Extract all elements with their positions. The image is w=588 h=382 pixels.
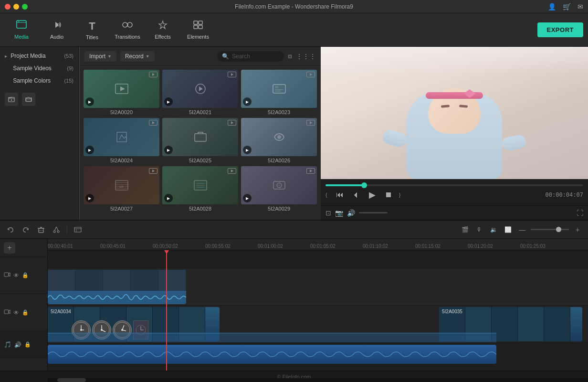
audio-track-lock[interactable]: 🔒 [24,341,31,348]
scene-detection-icon[interactable]: 🎬 [459,224,471,235]
video-track-2-lock[interactable]: 🔒 [22,309,29,316]
audio-icon [52,20,62,32]
video-track-icon[interactable] [4,271,10,279]
undo-button[interactable] [5,224,16,235]
timeline-ruler: 00:00:40:01 00:00:45:01 00:00:50:02 00:0… [48,239,588,250]
volume-icon[interactable]: 🔊 [347,209,355,217]
svg-rect-13 [275,86,278,88]
redo-button[interactable] [20,224,32,235]
tab-effects[interactable]: Effects [146,16,179,44]
svg-rect-0 [17,21,26,28]
sample-videos-item[interactable]: Sample Videos (9) [0,62,78,74]
progress-bar[interactable] [326,184,583,186]
media-item-label: 5I2A0021 [162,109,238,115]
record-label: Record [125,53,144,60]
subtitle-icon[interactable]: ⬜ [502,224,514,235]
microphone-icon[interactable]: 🎙 [473,224,485,235]
media-thumbnail: ▶ [84,70,159,108]
ruler-mark: 00:01:05:02 [310,244,336,249]
horizontal-scrollbar[interactable] [48,378,588,382]
media-item-label: 5I2A0024 [84,158,159,163]
list-item[interactable]: ▶ 5I2A0021 [162,70,238,115]
record-button[interactable]: Record ▼ [120,51,155,62]
maximize-button[interactable] [22,4,28,10]
user-icon[interactable]: 👤 [548,3,556,11]
list-item[interactable]: ▶ 5I2A0025 [162,118,238,163]
svg-rect-15 [275,91,281,92]
snapshot-icon[interactable]: 📷 [335,209,343,217]
voiceover-icon[interactable]: 🔉 [488,224,499,235]
pip-icon[interactable]: ⊡ [326,209,331,217]
svg-rect-42 [4,273,9,276]
music-clip[interactable] [48,345,496,364]
list-item[interactable]: ▶ 5I2A0023 [241,70,317,115]
close-button[interactable] [5,4,10,10]
playback-buttons: { ⏮ ⏴ ▶ ⏹ } 00:00:04:07 [326,189,583,201]
left-panel: ▸ Project Media (53) Sample Videos (9) S… [0,47,79,220]
minimize-button[interactable] [13,4,19,10]
volume-slider[interactable] [359,212,388,213]
ruler-mark: 00:01:15:02 [415,244,441,249]
video-track-lock[interactable]: 🔒 [22,272,29,278]
play-button[interactable]: ▶ [367,189,378,201]
audio-track-visibility[interactable]: 🔊 [14,341,21,348]
video-track-2-visibility[interactable]: 👁 [13,309,19,316]
svg-rect-39 [74,227,81,232]
preview-video-area [321,47,588,179]
clip-properties-button[interactable] [72,224,84,235]
cart-icon[interactable]: 🛒 [563,3,571,11]
list-item[interactable]: ▶ 5I2A0020 [84,70,159,115]
zoom-in-icon[interactable]: + [572,224,583,235]
tab-audio[interactable]: Audio [40,16,74,44]
mail-icon[interactable]: ✉ [578,3,583,11]
panel-actions [0,89,78,110]
zoom-slider[interactable] [531,229,569,230]
filter-icon[interactable]: ⧈ [288,52,292,60]
video-track-2-label: 👁 🔒 [0,294,47,331]
play-indicator: ▶ [243,97,252,106]
list-item[interactable]: 125 ▶ 5I2A0027 [84,166,159,212]
media-item-label: 5I2A0028 [162,206,238,212]
project-media-item[interactable]: ▸ Project Media (53) [0,50,78,62]
media-thumbnail: ▶ [162,118,238,156]
video-track-visibility[interactable]: 👁 [13,272,19,279]
list-item[interactable]: ▶ 5I2A0024 [84,118,159,163]
add-track-button[interactable]: + [4,242,15,254]
stop-button[interactable]: ⏹ [383,189,394,201]
search-input[interactable] [232,53,275,60]
fullscreen-icon[interactable]: ⛶ [577,209,583,217]
zoom-out-icon[interactable]: — [516,224,528,235]
video-indicator [149,168,158,174]
add-track-row: + [0,239,47,257]
rewind-button[interactable]: ⏮ [334,189,346,201]
sample-colors-item[interactable]: Sample Colors (15) [0,74,78,87]
audio-track-icon[interactable]: 🎵 [4,341,11,348]
step-back-button[interactable]: ⏴ [350,189,362,201]
open-folder-button[interactable] [22,93,35,106]
svg-marker-4 [159,21,167,29]
tab-titles[interactable]: T Titles [75,16,109,44]
cut-button[interactable] [51,224,62,235]
list-item[interactable]: ▶ 5I2A0029 [241,166,317,212]
tab-elements[interactable]: Elements [181,16,215,44]
tab-media[interactable]: Media [5,16,38,44]
tab-audio-label: Audio [50,34,63,40]
delete-button[interactable] [35,224,47,235]
import-button[interactable]: Import ▼ [84,51,116,62]
play-indicator: ▶ [164,97,173,106]
project-media-count: (53) [64,53,74,59]
grid-view-icon[interactable]: ⋮⋮⋮ [296,53,316,60]
video-clip-1[interactable] [48,270,186,304]
preview-tools: ⊡ 📷 🔊 ⛶ [321,205,588,220]
progress-handle[interactable] [361,182,367,188]
export-button[interactable]: EXPORT [537,22,583,37]
video-track-2-icon[interactable] [4,308,10,317]
list-item[interactable]: ▶ 5I2A0026 [241,118,317,163]
list-item[interactable]: ▶ 5I2A0028 [162,166,238,212]
bracket-open: { [326,192,327,198]
new-folder-button[interactable] [5,93,18,106]
tab-transitions[interactable]: Transitions [111,16,144,44]
video-indicator [228,168,236,174]
titlebar: FileInfo.com Example - Wondershare Filmo… [0,0,588,13]
scrollbar-thumb[interactable] [57,378,86,382]
